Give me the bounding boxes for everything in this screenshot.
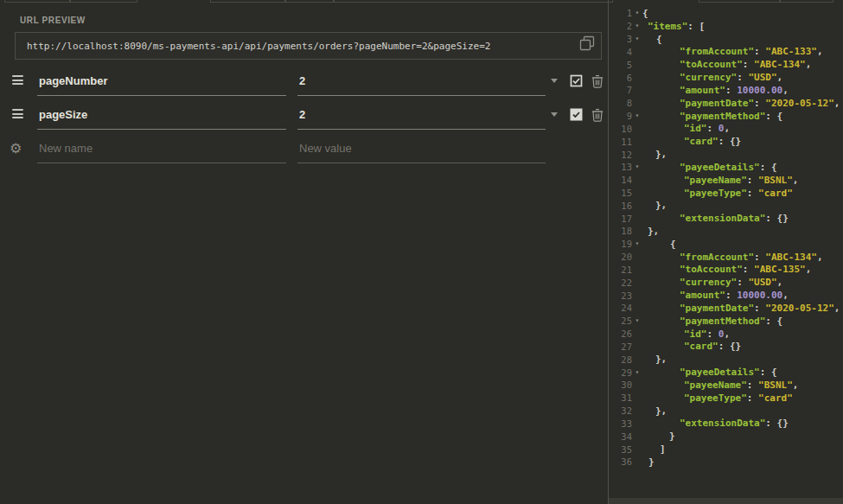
line-number: 24 [614,303,632,313]
chevron-down-icon[interactable] [551,112,558,117]
fold-toggle-icon[interactable]: ▾ [632,369,642,376]
delete-param-button[interactable] [591,74,604,88]
drag-handle-icon[interactable] [12,75,23,87]
json-line: 32}, [614,405,843,418]
json-code: "paymentMethod": { [642,111,782,122]
fold-toggle-icon[interactable]: ▾ [632,163,642,170]
line-number: 7 [614,85,632,95]
json-line: 19▾{ [614,238,843,251]
json-code: }, [642,405,667,417]
json-code: "payeeName": "BSNL", [642,380,798,391]
gear-icon[interactable]: ⚙ [10,140,22,156]
new-param-value-input[interactable] [297,135,546,163]
json-line: 12}, [614,148,843,161]
line-number: 27 [614,341,632,352]
json-code: "payeeType": "card" [642,188,793,199]
fold-toggle-icon[interactable]: ▾ [632,317,642,324]
line-number: 28 [614,354,632,365]
tab-ghost [210,0,285,3]
new-param-name-input[interactable] [37,135,286,163]
param-value-input[interactable] [297,101,546,130]
json-line: 4"fromAccount": "ABC-133", [614,45,843,58]
line-number: 33 [614,418,632,429]
fold-toggle-icon[interactable]: ▾ [632,112,642,119]
param-name-input[interactable] [37,67,286,96]
trash-icon [591,108,604,122]
json-line: 26"id": 0, [614,328,843,341]
json-code: "id": 0, [642,123,730,134]
json-line: 23"amount": 10000.00, [614,289,843,302]
json-line: 16}, [614,199,843,212]
url-preview-label: URL PREVIEW [20,16,86,25]
new-param-row: ⚙ [0,135,608,163]
json-code: "paymentMethod": { [642,316,782,327]
json-code: } [642,431,675,442]
json-code: "payeeType": "card" [642,392,793,404]
delete-param-button[interactable] [591,108,604,122]
line-number: 26 [614,329,632,339]
chevron-down-icon[interactable] [551,79,558,83]
tab-ghost [70,0,137,3]
json-line: 8"paymentDate": "2020-05-12", [614,97,843,110]
param-enabled-checkbox[interactable] [570,108,583,121]
json-line: 25▾"paymentMethod": { [614,315,843,328]
tab-ghost [285,0,334,3]
line-number: 19 [614,239,632,249]
json-code: ] [642,443,666,455]
line-number: 34 [614,431,632,442]
line-number: 15 [614,188,632,198]
json-code: "paymentDate": "2020-05-12", [642,98,840,109]
json-line: 7"amount": 10000.00, [614,84,843,97]
fold-toggle-icon[interactable]: ▾ [632,240,642,247]
json-line: 27"card": {} [614,341,843,354]
response-panel: 1▾{2▾"items": [3▾{4"fromAccount": "ABC-1… [614,0,843,498]
json-line: 6"currency": "USD", [614,71,843,84]
json-line: 28}, [614,353,843,366]
panel-divider [608,0,609,504]
response-scrollbar-track[interactable] [609,498,843,504]
drag-handle-icon[interactable] [12,109,23,121]
json-code: }, [642,200,667,211]
json-code: "currency": "USD", [642,277,782,288]
json-code: "amount": 10000.00, [642,85,789,96]
line-number: 36 [614,456,632,467]
line-number: 10 [614,124,632,134]
copy-url-button[interactable] [578,35,596,52]
json-code: "amount": 10000.00, [642,290,789,301]
line-number: 22 [614,278,632,288]
line-number: 3 [614,34,632,44]
json-line: 29▾"payeeDetails": { [614,366,843,379]
json-line: 3▾{ [614,33,843,46]
json-code: "payeeDetails": { [642,367,777,378]
json-code: "toAccount": "ABC-134", [642,59,811,70]
line-number: 35 [614,444,632,455]
fold-toggle-icon[interactable]: ▾ [632,10,642,16]
fold-toggle-icon[interactable]: ▾ [632,35,642,42]
checkbox-checked-icon [570,74,583,87]
param-value-input[interactable] [297,67,546,96]
fold-toggle-icon[interactable]: ▾ [632,22,642,29]
json-code: { [642,34,662,45]
line-number: 13 [614,162,632,172]
line-number: 20 [614,252,632,262]
line-number: 4 [614,47,632,57]
line-number: 29 [614,367,632,378]
line-number: 12 [614,150,632,160]
line-number: 8 [614,98,632,108]
json-code: "fromAccount": "ABC-133", [642,46,823,57]
json-line: 9▾"paymentMethod": { [614,110,843,123]
json-line: 36} [614,456,843,469]
json-line: 1▾{ [614,7,843,20]
line-number: 16 [614,201,632,211]
json-line: 31"payeeType": "card" [614,392,843,405]
json-code: } [642,456,655,468]
line-number: 31 [614,392,632,403]
json-line: 21"toAccount": "ABC-135", [614,264,843,277]
json-line: 30"payeeName": "BSNL", [614,379,843,392]
json-line: 14"payeeName": "BSNL", [614,174,843,187]
param-row [0,101,608,130]
line-number: 1 [614,8,632,18]
param-enabled-checkbox[interactable] [570,74,583,87]
json-code: "extensionData": {} [642,213,789,224]
param-name-input[interactable] [37,101,286,130]
